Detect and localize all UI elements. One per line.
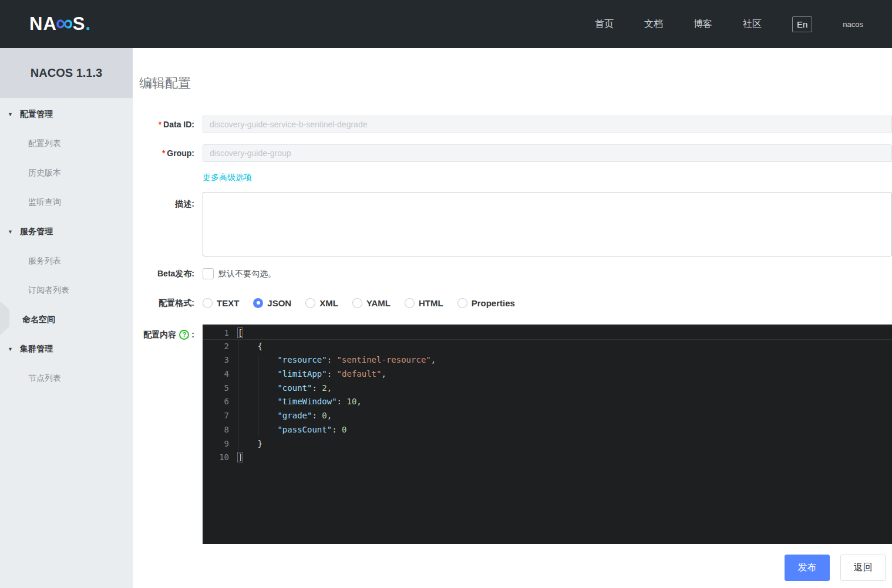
- caret-down-icon: ▼: [8, 112, 13, 117]
- description-label: 描述:: [133, 192, 194, 215]
- line-number: 7: [203, 409, 229, 423]
- format-option-label: JSON: [267, 298, 291, 308]
- editor-line-5: 5 "count": 2,: [203, 381, 892, 396]
- line-number: 4: [203, 367, 229, 381]
- nacos-logo[interactable]: NA∞S.: [29, 13, 91, 35]
- caret-down-icon: ▼: [8, 229, 13, 235]
- sidebar-item-config-management[interactable]: ▼配置管理: [0, 100, 133, 129]
- sidebar-item-namespace[interactable]: 命名空间: [0, 305, 133, 334]
- group-input[interactable]: [203, 144, 892, 162]
- beta-checkbox[interactable]: [203, 268, 214, 279]
- sidebar-item-label: 命名空间: [22, 315, 55, 325]
- config-format-radio-group: TEXTJSONXMLYAMLHTMLProperties: [203, 297, 515, 309]
- sidebar-menu: ▼配置管理配置列表历史版本监听查询▼服务管理服务列表订阅者列表命名空间▼集群管理…: [0, 98, 133, 393]
- page-title: 编辑配置: [139, 75, 191, 92]
- sidebar-item-service-management[interactable]: ▼服务管理: [0, 217, 133, 246]
- infinity-logo-icon: ∞: [56, 14, 74, 32]
- line-number: 8: [203, 423, 229, 437]
- logo-text-prefix: NA: [29, 13, 57, 35]
- nav-link-docs[interactable]: 文档: [644, 18, 663, 31]
- data-id-input[interactable]: [203, 116, 892, 133]
- line-number: 3: [203, 353, 229, 367]
- format-option-label: Properties: [472, 298, 515, 308]
- editor-line-10: 10]: [203, 451, 892, 465]
- sidebar-item-label: 历史版本: [28, 168, 61, 178]
- sidebar: NACOS 1.1.3 ▼配置管理配置列表历史版本监听查询▼服务管理服务列表订阅…: [0, 48, 133, 588]
- line-number: 2: [203, 340, 229, 354]
- format-option-label: YAML: [366, 298, 391, 308]
- format-option-json[interactable]: JSON: [253, 298, 291, 308]
- sidebar-item-label: 监听查询: [28, 197, 61, 208]
- sidebar-item-history-versions[interactable]: 历史版本: [0, 158, 133, 188]
- nav-link-community[interactable]: 社区: [743, 18, 762, 31]
- editor-line-1: 1[: [203, 326, 892, 340]
- beta-checkbox-hint: 默认不要勾选。: [218, 268, 276, 279]
- data-id-label: *Data ID:: [133, 116, 194, 133]
- nav-link-blog[interactable]: 博客: [694, 18, 712, 31]
- editor-line-7: 7 "grade": 0,: [203, 409, 892, 423]
- logo-dot: .: [85, 13, 91, 35]
- sidebar-item-label: 节点列表: [28, 373, 61, 384]
- format-option-label: HTML: [419, 298, 443, 308]
- format-option-html[interactable]: HTML: [405, 298, 443, 308]
- config-content-editor[interactable]: 1[2 {3 "resource": "sentinel-resource",4…: [203, 325, 892, 544]
- editor-line-3: 3 "resource": "sentinel-resource",: [203, 353, 892, 367]
- sidebar-item-config-list[interactable]: 配置列表: [0, 129, 133, 158]
- format-option-label: XML: [319, 298, 338, 308]
- required-asterisk: *: [162, 148, 165, 158]
- format-option-label: TEXT: [217, 298, 239, 308]
- sidebar-item-node-list[interactable]: 节点列表: [0, 364, 133, 393]
- format-option-properties[interactable]: Properties: [457, 298, 515, 308]
- line-number: 10: [203, 451, 229, 465]
- editor-line-6: 6 "timeWindow": 10,: [203, 395, 892, 409]
- beta-release-label: Beta发布:: [133, 268, 194, 279]
- description-textarea[interactable]: [203, 192, 892, 256]
- sidebar-item-listening-query[interactable]: 监听查询: [0, 188, 133, 217]
- radio-icon[interactable]: [305, 298, 315, 308]
- config-format-label: 配置格式:: [133, 297, 194, 309]
- format-option-xml[interactable]: XML: [305, 298, 338, 308]
- sidebar-item-label: 订阅者列表: [28, 285, 69, 296]
- sidebar-item-label: 配置管理: [20, 109, 53, 120]
- username-label[interactable]: nacos: [843, 20, 863, 29]
- back-button[interactable]: 返回: [840, 555, 886, 581]
- line-number: 6: [203, 395, 229, 409]
- line-number: 5: [203, 381, 229, 396]
- nacos-console-page: NA∞S. 首页文档博客社区 En nacos NACOS 1.1.3 ▼配置管…: [0, 0, 892, 588]
- sidebar-item-subscriber-list[interactable]: 订阅者列表: [0, 276, 133, 305]
- edit-config-main: 编辑配置 *Data ID: *Group: 更多高级选项 描述: Beta发布…: [133, 48, 892, 588]
- publish-button[interactable]: 发布: [785, 555, 830, 581]
- sidebar-item-label: 配置列表: [28, 138, 61, 149]
- editor-line-4: 4 "limitApp": "default",: [203, 367, 892, 381]
- more-advanced-options-link[interactable]: 更多高级选项: [203, 173, 252, 183]
- editor-line-9: 9 }: [203, 437, 892, 451]
- radio-icon[interactable]: [203, 298, 213, 308]
- format-option-text[interactable]: TEXT: [203, 298, 239, 308]
- sidebar-item-label: 服务管理: [20, 227, 53, 237]
- config-content-label: 配置内容 ? :: [133, 329, 194, 340]
- radio-icon[interactable]: [405, 298, 415, 308]
- caret-down-icon: ▼: [8, 347, 13, 352]
- radio-icon[interactable]: [253, 298, 263, 308]
- help-icon[interactable]: ?: [179, 330, 189, 340]
- top-navbar: NA∞S. 首页文档博客社区 En nacos: [0, 0, 892, 48]
- line-number: 1: [203, 326, 229, 340]
- sidebar-item-service-list[interactable]: 服务列表: [0, 246, 133, 276]
- sidebar-item-cluster-management[interactable]: ▼集群管理: [0, 334, 133, 364]
- radio-icon[interactable]: [352, 298, 362, 308]
- group-label: *Group:: [133, 144, 194, 162]
- sidebar-version-title: NACOS 1.1.3: [0, 48, 133, 98]
- editor-line-8: 8 "passCount": 0: [203, 423, 892, 437]
- radio-icon[interactable]: [457, 298, 467, 308]
- line-number: 9: [203, 437, 229, 451]
- logo-text-suffix: S: [73, 13, 86, 35]
- required-asterisk: *: [159, 120, 161, 129]
- top-nav-links: 首页文档博客社区 En nacos: [595, 0, 892, 48]
- sidebar-item-label: 集群管理: [20, 344, 53, 354]
- editor-line-2: 2 {: [203, 340, 892, 354]
- language-toggle-button[interactable]: En: [792, 16, 812, 32]
- nav-link-home[interactable]: 首页: [595, 18, 614, 31]
- sidebar-item-label: 服务列表: [28, 256, 61, 266]
- format-option-yaml[interactable]: YAML: [352, 298, 391, 308]
